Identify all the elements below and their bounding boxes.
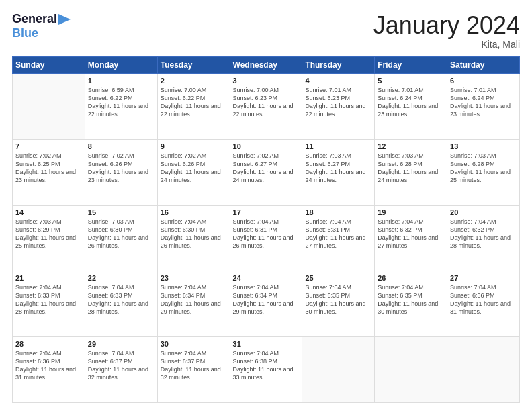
calendar-cell (375, 336, 447, 402)
day-number: 21 (15, 274, 82, 282)
day-number: 5 (378, 77, 444, 85)
page: General Blue January 2024 Kita, Mali Sun… (0, 0, 532, 411)
calendar-cell: 13Sunrise: 7:03 AMSunset: 6:28 PMDayligh… (447, 139, 520, 205)
calendar-cell (13, 73, 85, 139)
cell-details: Sunrise: 7:00 AMSunset: 6:23 PMDaylight:… (233, 86, 300, 119)
cell-details: Sunrise: 7:03 AMSunset: 6:30 PMDaylight:… (88, 218, 154, 250)
calendar-cell: 30Sunrise: 7:04 AMSunset: 6:37 PMDayligh… (157, 336, 230, 402)
day-number: 27 (450, 274, 517, 282)
cell-details: Sunrise: 7:04 AMSunset: 6:37 PMDaylight:… (88, 349, 154, 382)
cell-details: Sunrise: 7:04 AMSunset: 6:33 PMDaylight:… (15, 283, 82, 316)
day-number: 1 (88, 77, 154, 85)
day-number: 10 (233, 142, 300, 150)
location-subtitle: Kita, Mali (373, 39, 520, 50)
day-number: 17 (233, 208, 300, 216)
cell-details: Sunrise: 7:00 AMSunset: 6:22 PMDaylight:… (161, 86, 227, 119)
calendar-cell: 3Sunrise: 7:00 AMSunset: 6:23 PMDaylight… (230, 73, 302, 139)
calendar-cell: 11Sunrise: 7:03 AMSunset: 6:27 PMDayligh… (302, 139, 375, 205)
calendar-header-wednesday: Wednesday (230, 56, 302, 73)
calendar-cell: 12Sunrise: 7:03 AMSunset: 6:28 PMDayligh… (375, 139, 447, 205)
day-number: 6 (450, 77, 517, 85)
logo-blue-text: Blue (12, 26, 38, 40)
cell-details: Sunrise: 6:59 AMSunset: 6:22 PMDaylight:… (88, 86, 154, 119)
cell-details: Sunrise: 7:01 AMSunset: 6:24 PMDaylight:… (450, 86, 517, 119)
calendar-week-row: 14Sunrise: 7:03 AMSunset: 6:29 PMDayligh… (13, 205, 520, 271)
calendar-cell (447, 336, 520, 402)
day-number: 29 (88, 340, 154, 348)
day-number: 9 (161, 142, 227, 150)
logo-arrow-icon (58, 14, 71, 25)
day-number: 11 (305, 142, 371, 150)
calendar-week-row: 7Sunrise: 7:02 AMSunset: 6:25 PMDaylight… (13, 139, 520, 205)
day-number: 7 (15, 142, 82, 150)
cell-details: Sunrise: 7:04 AMSunset: 6:37 PMDaylight:… (161, 349, 227, 382)
day-number: 18 (305, 208, 371, 216)
calendar-cell: 20Sunrise: 7:04 AMSunset: 6:32 PMDayligh… (447, 205, 520, 271)
calendar-header-friday: Friday (375, 56, 447, 73)
cell-details: Sunrise: 7:03 AMSunset: 6:28 PMDaylight:… (378, 152, 444, 185)
day-number: 8 (88, 142, 154, 150)
day-number: 16 (161, 208, 227, 216)
day-number: 2 (161, 77, 227, 85)
cell-details: Sunrise: 7:04 AMSunset: 6:31 PMDaylight:… (233, 218, 300, 250)
cell-details: Sunrise: 7:01 AMSunset: 6:23 PMDaylight:… (305, 86, 371, 119)
calendar-cell: 10Sunrise: 7:02 AMSunset: 6:27 PMDayligh… (230, 139, 302, 205)
day-number: 3 (233, 77, 300, 85)
cell-details: Sunrise: 7:04 AMSunset: 6:38 PMDaylight:… (233, 349, 300, 382)
calendar-cell: 24Sunrise: 7:04 AMSunset: 6:34 PMDayligh… (230, 271, 302, 336)
cell-details: Sunrise: 7:02 AMSunset: 6:27 PMDaylight:… (233, 152, 300, 185)
day-number: 19 (378, 208, 444, 216)
calendar-cell: 27Sunrise: 7:04 AMSunset: 6:36 PMDayligh… (447, 271, 520, 336)
calendar-cell: 1Sunrise: 6:59 AMSunset: 6:22 PMDaylight… (85, 73, 157, 139)
cell-details: Sunrise: 7:04 AMSunset: 6:34 PMDaylight:… (161, 283, 227, 316)
calendar-cell: 26Sunrise: 7:04 AMSunset: 6:35 PMDayligh… (375, 271, 447, 336)
cell-details: Sunrise: 7:03 AMSunset: 6:28 PMDaylight:… (450, 152, 517, 185)
day-number: 26 (378, 274, 444, 282)
day-number: 24 (233, 274, 300, 282)
day-number: 15 (88, 208, 154, 216)
calendar-cell: 19Sunrise: 7:04 AMSunset: 6:32 PMDayligh… (375, 205, 447, 271)
cell-details: Sunrise: 7:04 AMSunset: 6:30 PMDaylight:… (161, 218, 227, 250)
cell-details: Sunrise: 7:04 AMSunset: 6:33 PMDaylight:… (88, 283, 154, 316)
calendar-cell: 25Sunrise: 7:04 AMSunset: 6:35 PMDayligh… (302, 271, 375, 336)
cell-details: Sunrise: 7:04 AMSunset: 6:36 PMDaylight:… (450, 283, 517, 316)
calendar-table: SundayMondayTuesdayWednesdayThursdayFrid… (12, 56, 520, 403)
calendar-header-thursday: Thursday (302, 56, 375, 73)
calendar-cell: 31Sunrise: 7:04 AMSunset: 6:38 PMDayligh… (230, 336, 302, 402)
calendar-cell: 22Sunrise: 7:04 AMSunset: 6:33 PMDayligh… (85, 271, 157, 336)
calendar-cell: 21Sunrise: 7:04 AMSunset: 6:33 PMDayligh… (13, 271, 85, 336)
cell-details: Sunrise: 7:04 AMSunset: 6:34 PMDaylight:… (233, 283, 300, 316)
day-number: 31 (233, 340, 300, 348)
calendar-cell: 18Sunrise: 7:04 AMSunset: 6:31 PMDayligh… (302, 205, 375, 271)
cell-details: Sunrise: 7:04 AMSunset: 6:35 PMDaylight:… (378, 283, 444, 316)
cell-details: Sunrise: 7:02 AMSunset: 6:26 PMDaylight:… (88, 152, 154, 185)
calendar-cell: 16Sunrise: 7:04 AMSunset: 6:30 PMDayligh… (157, 205, 230, 271)
calendar-cell: 29Sunrise: 7:04 AMSunset: 6:37 PMDayligh… (85, 336, 157, 402)
calendar-cell: 7Sunrise: 7:02 AMSunset: 6:25 PMDaylight… (13, 139, 85, 205)
calendar-header-monday: Monday (85, 56, 157, 73)
day-number: 22 (88, 274, 154, 282)
day-number: 4 (305, 77, 371, 85)
cell-details: Sunrise: 7:02 AMSunset: 6:25 PMDaylight:… (15, 152, 82, 185)
logo: General Blue (12, 12, 71, 40)
page-title: January 2024 (373, 12, 520, 39)
calendar-header-tuesday: Tuesday (157, 56, 230, 73)
day-number: 12 (378, 142, 444, 150)
day-number: 28 (15, 340, 82, 348)
day-number: 20 (450, 208, 517, 216)
calendar-header-row: SundayMondayTuesdayWednesdayThursdayFrid… (13, 56, 520, 73)
cell-details: Sunrise: 7:02 AMSunset: 6:26 PMDaylight:… (161, 152, 227, 185)
calendar-week-row: 1Sunrise: 6:59 AMSunset: 6:22 PMDaylight… (13, 73, 520, 139)
logo-blue: Blue (12, 26, 38, 40)
calendar-cell: 14Sunrise: 7:03 AMSunset: 6:29 PMDayligh… (13, 205, 85, 271)
logo-general: General (12, 12, 57, 26)
calendar-cell: 5Sunrise: 7:01 AMSunset: 6:24 PMDaylight… (375, 73, 447, 139)
calendar-cell: 28Sunrise: 7:04 AMSunset: 6:36 PMDayligh… (13, 336, 85, 402)
cell-details: Sunrise: 7:04 AMSunset: 6:35 PMDaylight:… (305, 283, 371, 316)
logo-line1: General (12, 12, 71, 26)
cell-details: Sunrise: 7:03 AMSunset: 6:27 PMDaylight:… (305, 152, 371, 185)
calendar-cell (302, 336, 375, 402)
cell-details: Sunrise: 7:04 AMSunset: 6:32 PMDaylight:… (378, 218, 444, 250)
calendar-week-row: 21Sunrise: 7:04 AMSunset: 6:33 PMDayligh… (13, 271, 520, 336)
calendar-cell: 2Sunrise: 7:00 AMSunset: 6:22 PMDaylight… (157, 73, 230, 139)
